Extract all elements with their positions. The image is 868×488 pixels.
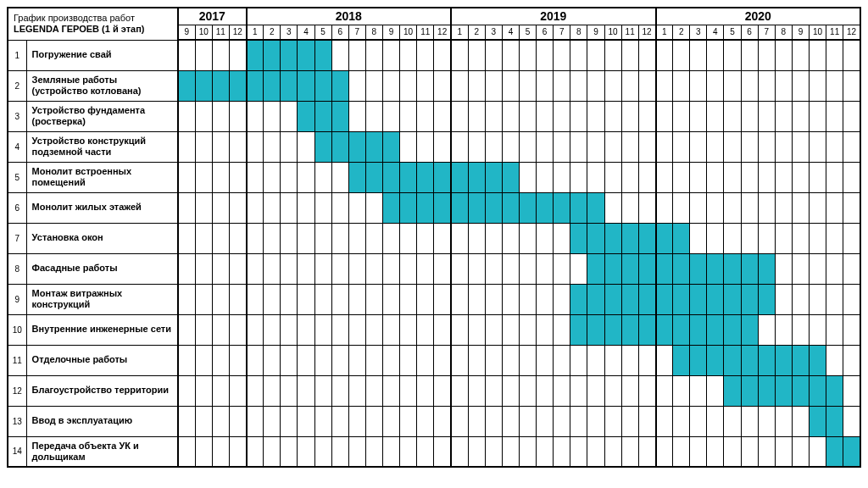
year-header: 2018 — [247, 8, 451, 25]
gantt-cell-filled — [485, 162, 502, 192]
task-name: Монтаж витражных конструкций — [26, 284, 178, 314]
gantt-cell — [281, 192, 298, 223]
gantt-cell-filled — [382, 192, 399, 223]
gantt-cell-filled — [314, 40, 331, 70]
gantt-table: График производства работ LEGENDA ГЕРОЕВ… — [7, 7, 861, 468]
task-row: 5Монолит встроенных помещений — [8, 162, 860, 192]
gantt-cell-filled — [195, 70, 212, 101]
gantt-cell — [843, 223, 860, 253]
gantt-cell — [554, 284, 570, 314]
gantt-cell — [519, 40, 536, 70]
gantt-cell — [451, 314, 468, 345]
gantt-cell — [348, 406, 365, 436]
gantt-cell — [365, 345, 382, 375]
gantt-cell — [724, 101, 741, 131]
gantt-cell — [809, 223, 826, 253]
gantt-cell — [758, 40, 775, 70]
task-row: 1Погружение свай — [8, 40, 860, 70]
gantt-cell — [826, 40, 843, 70]
gantt-cell — [178, 192, 195, 223]
gantt-cell-filled — [434, 162, 451, 192]
gantt-cell — [212, 162, 229, 192]
gantt-cell — [758, 101, 775, 131]
gantt-cell — [212, 314, 229, 345]
gantt-cell-filled — [604, 314, 621, 345]
gantt-cell — [656, 101, 673, 131]
year-header: 2019 — [451, 8, 655, 25]
gantt-cell — [604, 131, 621, 162]
gantt-cell — [468, 375, 485, 406]
gantt-cell — [382, 40, 399, 70]
gantt-cell — [365, 314, 382, 345]
gantt-cell-filled — [212, 70, 229, 101]
gantt-cell — [247, 192, 264, 223]
gantt-cell — [348, 253, 365, 284]
month-header: 1 — [247, 25, 264, 40]
task-row: 2Земляные работы (устройство котлована) — [8, 70, 860, 101]
gantt-cell — [348, 192, 365, 223]
gantt-cell — [400, 131, 417, 162]
gantt-cell — [485, 70, 502, 101]
gantt-cell — [775, 284, 792, 314]
gantt-cell — [281, 436, 298, 467]
gantt-cell — [570, 345, 587, 375]
gantt-cell-filled — [365, 131, 382, 162]
gantt-cell — [485, 131, 502, 162]
gantt-cell — [502, 253, 519, 284]
month-header: 7 — [554, 25, 570, 40]
task-number: 7 — [8, 223, 26, 253]
gantt-cell — [434, 436, 451, 467]
gantt-cell — [400, 70, 417, 101]
gantt-cell — [281, 345, 298, 375]
gantt-cell — [417, 406, 434, 436]
gantt-cell-filled — [604, 253, 621, 284]
gantt-cell — [792, 131, 809, 162]
gantt-cell — [331, 314, 348, 345]
gantt-cell — [281, 253, 298, 284]
gantt-cell — [587, 406, 604, 436]
gantt-cell — [178, 253, 195, 284]
gantt-cell — [229, 314, 246, 345]
gantt-cell — [570, 406, 587, 436]
gantt-cell — [587, 70, 604, 101]
task-row: 10Внутренние инженерные сети — [8, 314, 860, 345]
gantt-cell — [382, 345, 399, 375]
gantt-cell — [281, 162, 298, 192]
gantt-cell — [468, 406, 485, 436]
gantt-cell — [502, 406, 519, 436]
gantt-cell — [365, 223, 382, 253]
gantt-cell — [621, 436, 638, 467]
gantt-cell — [826, 314, 843, 345]
month-header: 9 — [382, 25, 399, 40]
gantt-cell-filled — [826, 436, 843, 467]
gantt-cell — [451, 223, 468, 253]
gantt-cell-filled — [621, 223, 638, 253]
gantt-cell — [826, 345, 843, 375]
gantt-cell — [638, 192, 655, 223]
gantt-cell — [519, 162, 536, 192]
gantt-cell — [178, 131, 195, 162]
gantt-cell-filled — [604, 223, 621, 253]
gantt-cell — [775, 406, 792, 436]
gantt-cell — [365, 284, 382, 314]
gantt-cell — [434, 70, 451, 101]
gantt-cell-filled — [707, 345, 724, 375]
gantt-cell — [741, 192, 758, 223]
gantt-cell — [485, 314, 502, 345]
gantt-cell — [843, 314, 860, 345]
gantt-cell — [434, 375, 451, 406]
gantt-cell — [809, 101, 826, 131]
gantt-cell — [331, 40, 348, 70]
gantt-cell — [537, 70, 554, 101]
gantt-cell — [570, 70, 587, 101]
gantt-cell — [621, 345, 638, 375]
gantt-cell — [247, 345, 264, 375]
gantt-cell-filled — [281, 70, 298, 101]
gantt-cell — [365, 101, 382, 131]
gantt-cell-filled — [382, 131, 399, 162]
gantt-cell — [417, 70, 434, 101]
gantt-cell-filled — [809, 375, 826, 406]
task-name: Ввод в эксплуатацию — [26, 406, 178, 436]
task-row: 11Отделочные работы — [8, 345, 860, 375]
gantt-cell — [843, 406, 860, 436]
